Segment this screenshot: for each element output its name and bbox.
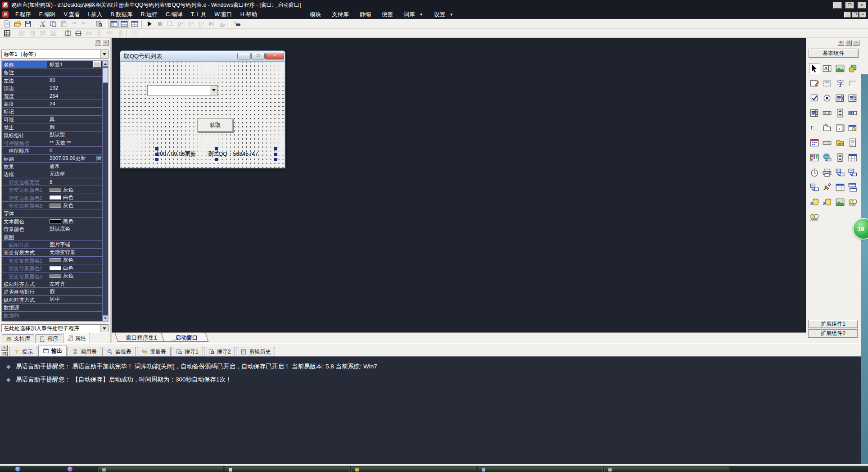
copy-button[interactable]: [48, 19, 58, 28]
property-value[interactable]: 默认型: [47, 132, 102, 139]
property-row[interactable]: 字体: [2, 209, 102, 217]
doc-new-button[interactable]: [2, 19, 12, 28]
property-row[interactable]: 禁止假: [2, 123, 102, 131]
form-restore-button[interactable]: ❐: [251, 53, 265, 59]
pointer-icon[interactable]: [809, 63, 820, 74]
property-row[interactable]: 是否自动折行假: [2, 288, 102, 295]
property-row[interactable]: 渐变边框颜色2白色: [2, 194, 102, 202]
output-tab-搜寻1[interactable]: 搜寻1: [172, 347, 203, 356]
stopwatch-icon[interactable]: [809, 167, 820, 178]
checkbox-icon[interactable]: [809, 93, 820, 104]
center-v-button[interactable]: [73, 29, 83, 37]
menu-extra-4[interactable]: 词库▼: [398, 10, 429, 19]
form-combo-box[interactable]: [147, 85, 218, 95]
split-windows-icon[interactable]: [847, 182, 858, 193]
property-row[interactable]: 宽度264: [2, 92, 102, 100]
mdi-close-button[interactable]: ×: [859, 12, 866, 18]
help-find-button[interactable]: ?: [231, 19, 242, 28]
menu-item-0[interactable]: F.程序: [11, 10, 35, 19]
basic-components-button[interactable]: 基本组件: [809, 49, 859, 58]
odbc-bucket-icon[interactable]: ODBC: [809, 212, 820, 222]
property-row[interactable]: 文本颜色黑色: [2, 218, 102, 225]
property-value[interactable]: [47, 312, 102, 319]
property-value[interactable]: 灰色: [47, 272, 102, 280]
property-value[interactable]: 8: [47, 178, 102, 186]
dir-box-icon[interactable]: DIR: [835, 137, 845, 148]
tab-程序[interactable]: 程序: [35, 334, 62, 343]
menu-item-4[interactable]: B.数据库: [106, 10, 136, 19]
status-bar-icon[interactable]: [822, 137, 832, 148]
property-value[interactable]: [47, 304, 102, 311]
form-titlebar[interactable]: 取QQ号码列表 — ❐ ✕: [120, 51, 285, 62]
designer-tab-0[interactable]: 窗口程序集1: [115, 333, 168, 342]
updown-icon[interactable]: [835, 108, 845, 118]
property-row[interactable]: 可视真: [2, 116, 102, 123]
property-row[interactable]: 渐变背景颜色2白色: [2, 264, 102, 272]
menu-extra-1[interactable]: 支持库: [326, 10, 354, 19]
property-row[interactable]: 底图: [2, 233, 102, 241]
shape-group-icon[interactable]: [847, 63, 858, 74]
chevron-down-icon[interactable]: [210, 86, 217, 95]
palette-menu-button[interactable]: ≡: [837, 40, 844, 46]
progress-bar-icon[interactable]: [847, 108, 858, 118]
folder-open-button[interactable]: [12, 19, 23, 28]
property-row[interactable]: 停留顺序0: [2, 147, 102, 154]
h-scrollbar-icon[interactable]: [822, 108, 832, 118]
menu-item-3[interactable]: I.插入: [84, 10, 106, 19]
property-value[interactable]: 无边框: [47, 170, 102, 177]
property-value[interactable]: [47, 68, 102, 76]
chevron-down-icon[interactable]: [100, 50, 108, 58]
extension-components-1-button[interactable]: 扩展组件1: [808, 320, 858, 328]
db-bucket-icon[interactable]: [822, 197, 832, 208]
property-value[interactable]: 无渐变背景: [47, 249, 102, 256]
property-value[interactable]: 灰色: [47, 186, 102, 193]
panel-restore-button[interactable]: ❐: [95, 40, 101, 45]
property-row[interactable]: 左边80: [2, 77, 102, 84]
property-scrollbar[interactable]: [102, 61, 108, 321]
property-row[interactable]: 横向对齐方式左对齐: [2, 280, 102, 288]
property-row[interactable]: 渐变边框颜色3灰色: [2, 202, 102, 209]
layout-rows-button[interactable]: [119, 19, 129, 28]
scroll-up-icon[interactable]: [103, 61, 108, 67]
property-value[interactable]: 图片平铺: [47, 241, 102, 248]
combo-box-icon[interactable]: [847, 93, 858, 104]
form-body[interactable]: 获取 2007.09.06更新 测试QQ：56845747: [121, 62, 285, 168]
property-row[interactable]: 渐变边框颜色1灰色: [2, 186, 102, 194]
form-grid-button[interactable]: [2, 29, 12, 37]
radio-button-icon[interactable]: [822, 93, 832, 104]
output-tab-剪辑历史[interactable]: 剪辑历史: [236, 347, 275, 356]
form-minimize-button[interactable]: —: [237, 53, 251, 59]
net-globe-icon[interactable]: [822, 152, 832, 163]
get-button[interactable]: 获取: [197, 118, 233, 132]
property-row[interactable]: 可停留焦点** 无效 **: [2, 139, 102, 147]
layout-left-button[interactable]: [108, 19, 119, 28]
list-box-icon[interactable]: [809, 108, 820, 118]
menu-item-8[interactable]: W.窗口: [210, 10, 236, 19]
taskbar-button-2[interactable]: [225, 467, 350, 472]
pc-recv-icon[interactable]: [847, 167, 858, 178]
scroll-down-icon[interactable]: [103, 315, 108, 321]
panel-close-button[interactable]: ×: [102, 40, 109, 45]
property-row[interactable]: 顶边192: [2, 84, 102, 92]
property-row[interactable]: 名称标签1…: [2, 61, 102, 68]
clock-window-icon[interactable]: [847, 123, 858, 133]
tab-支持库[interactable]: 支持库: [2, 334, 34, 343]
property-value[interactable]: 80: [47, 77, 102, 84]
property-row[interactable]: 背景颜色默认底色: [2, 225, 102, 233]
scroll-thumb[interactable]: [103, 68, 108, 83]
selection-handle[interactable]: [155, 158, 158, 161]
pc-send-icon[interactable]: [835, 167, 845, 178]
list-view-icon[interactable]: [835, 93, 845, 104]
property-value[interactable]: 黑色: [47, 218, 102, 225]
property-value[interactable]: 假: [47, 288, 102, 295]
property-value[interactable]: 标签1…: [47, 61, 102, 68]
panel-grip[interactable]: [2, 42, 92, 43]
border-box-icon[interactable]: [847, 78, 858, 89]
edit-box-icon[interactable]: [809, 78, 820, 89]
property-value[interactable]: ** 无效 **: [47, 139, 102, 146]
property-value[interactable]: 灰色: [47, 257, 102, 264]
dot-ruler-icon[interactable]: [809, 123, 820, 133]
property-row[interactable]: 鼠标指针默认型: [2, 132, 102, 139]
data-plug-icon[interactable]: [822, 182, 832, 193]
property-row[interactable]: 底图方式图片平铺: [2, 241, 102, 249]
